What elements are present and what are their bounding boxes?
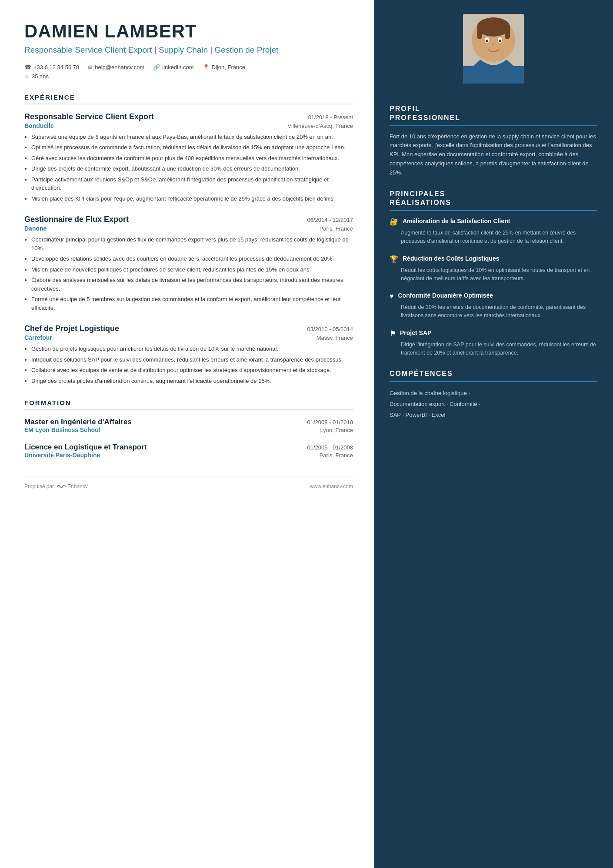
- competences-title: COMPÉTENCES: [390, 369, 597, 382]
- footer-brand: Propulsé par Enhancv: [24, 483, 88, 489]
- exp-date-3: 03/2010 - 05/2014: [307, 326, 353, 332]
- contact-row: ☎ +33 6 12 34 56 78 ✉ help@enhancv.com 🔗…: [24, 64, 353, 70]
- footer-left: Propulsé par Enhancv www.enhancv.com: [24, 476, 353, 489]
- realisation-title-2: 🏆 Réduction des Coûts Logistiques: [390, 255, 597, 264]
- exp-subrow-2: Danone Paris, France: [24, 225, 353, 232]
- exp-location-3: Massy, France: [316, 335, 353, 341]
- exp-header-3: Chef de Projet Logistique 03/2010 - 05/2…: [24, 324, 353, 333]
- competence-line-1: Gestion de la chaîne logistique ·: [390, 390, 470, 396]
- edu-degree-2: Licence en Logistique et Transport: [24, 443, 147, 452]
- edu-location-1: Lyon, France: [320, 427, 353, 433]
- bullet: Introduit des solutions SAP pour le suiv…: [31, 355, 353, 364]
- edu-date-1: 01/2008 - 01/2010: [307, 419, 353, 426]
- edu-date-2: 01/2005 - 01/2008: [307, 444, 353, 451]
- exp-title-1: Responsable Service Client Export: [24, 112, 154, 121]
- exp-bullets-2: Coordinateur principal pour la gestion d…: [24, 235, 353, 312]
- powered-by-text: Propulsé par: [24, 483, 54, 489]
- bullet: Dirigé des projets pilotes d'amélioratio…: [31, 377, 353, 385]
- realisation-icon-3: ♥: [390, 292, 394, 301]
- exp-header-1: Responsable Service Client Export 01/201…: [24, 112, 353, 121]
- realisation-title-4: ⚑ Projet SAP: [390, 329, 597, 338]
- realisation-1: 🔐 Amélioration de la Satisfaction Client…: [390, 217, 597, 246]
- email-contact: ✉ help@enhancv.com: [88, 64, 144, 70]
- location-icon: 📍: [203, 64, 210, 70]
- star-icon: ☆: [24, 73, 30, 80]
- exp-item-2: Gestionnaire de Flux Export 06/2014 - 12…: [24, 215, 353, 312]
- realisations-title-text: PRINCIPALES RÉALISATIONS: [390, 190, 451, 207]
- candidate-title: Responsable Service Client Export | Supp…: [24, 44, 353, 56]
- realisation-title-1: 🔐 Amélioration de la Satisfaction Client: [390, 217, 597, 227]
- realisation-4: ⚑ Projet SAP Dirigé l'intégration de SAP…: [390, 329, 597, 358]
- realisation-2: 🏆 Réduction des Coûts Logistiques Réduit…: [390, 255, 597, 283]
- svg-point-9: [499, 40, 501, 42]
- bullet: Mis en place des KPI clairs pour l'équip…: [31, 194, 353, 203]
- realisation-desc-3: Réduit de 30% les erreurs de documentati…: [390, 303, 597, 320]
- realisation-icon-2: 🏆: [390, 255, 398, 264]
- experience-section-title: EXPÉRIENCE: [24, 94, 353, 104]
- realisation-label-1: Amélioration de la Satisfaction Client: [403, 217, 510, 225]
- edu-location-2: Paris, France: [320, 452, 353, 459]
- resume-page: DAMIEN LAMBERT Responsable Service Clien…: [0, 0, 613, 868]
- photo-svg: [463, 14, 524, 84]
- realisation-label-2: Réduction des Coûts Logistiques: [403, 255, 499, 262]
- bullet: Formé une équipe de 5 membres sur la ges…: [31, 295, 353, 312]
- realisation-3: ♥ Conformité Douanière Optimisée Réduit …: [390, 292, 597, 320]
- edu-school-1: EM Lyon Business School: [24, 426, 100, 433]
- edu-school-2: Université Paris-Dauphine: [24, 452, 100, 459]
- edu-header-2: Licence en Logistique et Transport 01/20…: [24, 443, 353, 452]
- enhancv-logo-svg: [57, 483, 66, 489]
- svg-rect-5: [505, 26, 510, 39]
- linkedin-icon: 🔗: [153, 64, 160, 70]
- bullet: Géré avec succès les documents de confor…: [31, 154, 353, 163]
- exp-bullets-1: Supervisé une équipe de 8 agents en Fran…: [24, 133, 353, 203]
- edu-subrow-2: Université Paris-Dauphine Paris, France: [24, 452, 353, 459]
- age-text: 35 ans: [32, 73, 49, 80]
- footer-website: www.enhancv.com: [310, 483, 353, 489]
- competences-text: Gestion de la chaîne logistique · Docume…: [390, 388, 597, 420]
- competences-section: COMPÉTENCES Gestion de la chaîne logisti…: [374, 369, 613, 420]
- profil-title-text: PROFIL PROFESSIONNEL: [390, 105, 460, 121]
- competence-line-2: Documentation export · Conformité ·: [390, 401, 480, 407]
- exp-company-2: Danone: [24, 225, 47, 232]
- edu-degree-1: Master en Ingénierie d'Affaires: [24, 418, 132, 426]
- exp-header-2: Gestionnaire de Flux Export 06/2014 - 12…: [24, 215, 353, 224]
- realisations-section: PRINCIPALES RÉALISATIONS 🔐 Amélioration …: [374, 190, 613, 358]
- brand-name: Enhancv: [67, 483, 88, 489]
- bullet: Optimisé les processus de commande à fac…: [31, 143, 353, 152]
- email-icon: ✉: [88, 64, 93, 70]
- svg-point-8: [486, 40, 488, 42]
- realisations-title: PRINCIPALES RÉALISATIONS: [390, 190, 597, 211]
- phone-contact: ☎ +33 6 12 34 56 78: [24, 64, 79, 70]
- exp-item-3: Chef de Projet Logistique 03/2010 - 05/2…: [24, 324, 353, 385]
- left-column: DAMIEN LAMBERT Responsable Service Clien…: [0, 0, 374, 868]
- formation-section-title: FORMATION: [24, 399, 353, 410]
- right-column: PROFIL PROFESSIONNEL Fort de 10 ans d'ex…: [374, 0, 613, 868]
- age-row: ☆ 35 ans: [24, 73, 353, 80]
- photo-area: [374, 0, 613, 92]
- exp-company-3: Carrefour: [24, 334, 52, 341]
- svg-rect-4: [477, 26, 482, 39]
- bullet: Mis en place de nouvelles politiques et …: [31, 265, 353, 274]
- exp-subrow-3: Carrefour Massy, France: [24, 334, 353, 341]
- bullet: Supervisé une équipe de 8 agents en Fran…: [31, 133, 353, 141]
- email-address: help@enhancv.com: [95, 64, 144, 70]
- edu-subrow-1: EM Lyon Business School Lyon, France: [24, 426, 353, 433]
- profil-title: PROFIL PROFESSIONNEL: [390, 104, 597, 126]
- exp-subrow-1: Bonduelle Villeneuve-d'Ascq, France: [24, 122, 353, 129]
- competence-line-3: SAP · PowerBI · Excel: [390, 412, 445, 418]
- bullet: Coordinateur principal pour la gestion d…: [31, 235, 353, 252]
- location-contact: 📍 Dijon, France: [203, 64, 245, 70]
- bullet: Collaboré avec les équipes de vente et d…: [31, 366, 353, 375]
- linkedin-url: linkedin.com: [162, 64, 193, 70]
- phone-number: +33 6 12 34 56 78: [33, 64, 79, 70]
- realisation-label-4: Projet SAP: [400, 329, 431, 337]
- enhancv-logo: Enhancv: [57, 483, 88, 489]
- edu-header-1: Master en Ingénierie d'Affaires 01/2008 …: [24, 418, 353, 426]
- exp-company-1: Bonduelle: [24, 122, 54, 129]
- exp-bullets-3: Gestion de projets logistiques pour amél…: [24, 345, 353, 385]
- exp-title-3: Chef de Projet Logistique: [24, 324, 119, 333]
- realisation-desc-1: Augmenté le taux de satisfaction client …: [390, 229, 597, 246]
- linkedin-contact: 🔗 linkedin.com: [153, 64, 193, 70]
- realisation-desc-4: Dirigé l'intégration de SAP pour le suiv…: [390, 341, 597, 358]
- realisation-desc-2: Réduit les coûts logistiques de 10% en o…: [390, 266, 597, 283]
